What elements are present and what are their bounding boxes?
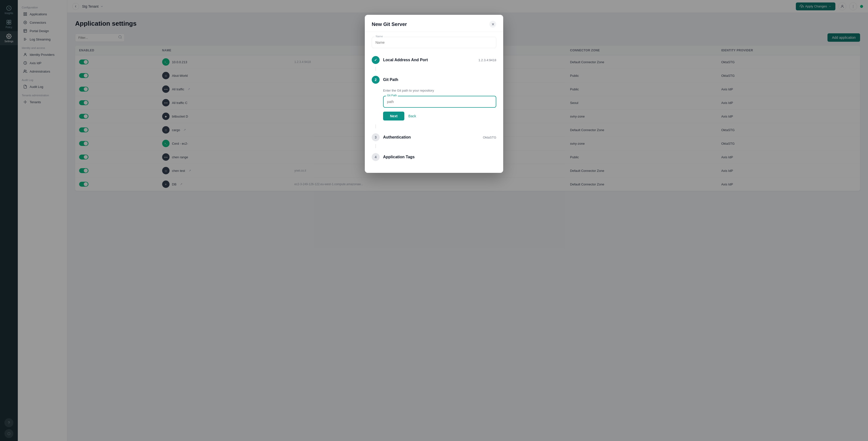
modal-new-git-server: New Git Server ✕ Name ✓ Local Address An…	[365, 15, 503, 173]
modal-title: New Git Server	[372, 22, 407, 27]
modal-body: Name ✓ Local Address And Port 1.2.3.4:94…	[365, 32, 503, 173]
next-button[interactable]: Next	[383, 112, 404, 121]
step3-connector	[375, 144, 376, 148]
step2-description: Enter the Git path to your repository	[383, 89, 496, 92]
wizard-step-4: 4 Application Tags	[372, 150, 496, 164]
step3-title: Authentication	[383, 135, 479, 139]
modal-close-button[interactable]: ✕	[489, 21, 496, 28]
step4-header: 4 Application Tags	[372, 150, 496, 164]
step2-circle: 2	[372, 76, 380, 84]
step1-header: ✓ Local Address And Port 1.2.3.4:9418	[372, 53, 496, 67]
name-label: Name	[375, 35, 384, 38]
step1-circle: ✓	[372, 56, 380, 64]
step2-title: Git Path	[383, 77, 496, 82]
step2-connector	[375, 125, 376, 128]
wizard-step-2: 2 Git Path Enter the Git path to your re…	[372, 73, 496, 128]
step3-circle: 3	[372, 133, 380, 141]
wizard-step-3: 3 Authentication OktaSTG	[372, 130, 496, 148]
step1-title: Local Address And Port	[383, 58, 475, 62]
git-path-field-wrap: Git Path	[383, 96, 496, 108]
git-path-input[interactable]	[383, 96, 496, 108]
step3-value: OktaSTG	[483, 136, 496, 139]
step2-content: Enter the Git path to your repository Gi…	[372, 87, 496, 125]
git-path-label: Git Path	[386, 94, 398, 97]
name-input[interactable]	[372, 37, 496, 48]
modal-header: New Git Server ✕	[365, 15, 503, 32]
step4-title: Application Tags	[383, 155, 496, 159]
step1-connector	[375, 67, 376, 71]
step4-circle: 4	[372, 153, 380, 161]
modal-overlay[interactable]: New Git Server ✕ Name ✓ Local Address An…	[0, 0, 868, 441]
name-field-wrap: Name	[372, 37, 496, 48]
back-button[interactable]: Back	[408, 114, 416, 118]
step1-value: 1.2.3.4:9418	[478, 58, 496, 62]
step2-header: 2 Git Path	[372, 73, 496, 87]
step3-header: 3 Authentication OktaSTG	[372, 130, 496, 144]
wizard-step-1: ✓ Local Address And Port 1.2.3.4:9418	[372, 53, 496, 71]
step2-buttons: Next Back	[383, 112, 496, 121]
